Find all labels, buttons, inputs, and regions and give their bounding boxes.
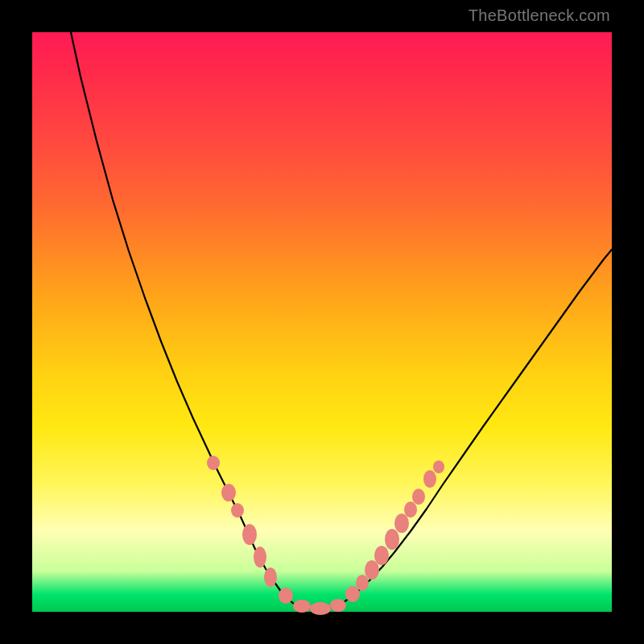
plot-area bbox=[32, 32, 612, 612]
marker-dot bbox=[242, 524, 257, 545]
marker-dot bbox=[207, 456, 220, 470]
marker-dot bbox=[293, 600, 311, 613]
marker-dot bbox=[365, 560, 379, 580]
marker-dot bbox=[404, 502, 417, 518]
marker-dot bbox=[330, 599, 346, 612]
marker-dot bbox=[433, 460, 444, 473]
marker-dot bbox=[264, 568, 277, 587]
marker-dot bbox=[310, 602, 331, 615]
marker-dot bbox=[423, 470, 436, 488]
watermark-text: TheBottleneck.com bbox=[469, 6, 610, 25]
v-curve bbox=[71, 32, 612, 609]
marker-dot bbox=[221, 484, 236, 502]
curve-group bbox=[71, 32, 612, 609]
marker-dot bbox=[356, 575, 369, 591]
marker-dot bbox=[254, 547, 266, 568]
chart-overlay bbox=[32, 32, 612, 612]
marker-dot bbox=[279, 588, 293, 604]
marker-dot bbox=[412, 489, 425, 505]
marker-dot bbox=[385, 529, 399, 550]
marker-dot bbox=[231, 503, 244, 518]
chart-frame: TheBottleneck.com bbox=[0, 0, 644, 644]
marker-dot bbox=[374, 546, 389, 565]
marker-group bbox=[207, 456, 444, 615]
marker-dot bbox=[394, 514, 409, 533]
